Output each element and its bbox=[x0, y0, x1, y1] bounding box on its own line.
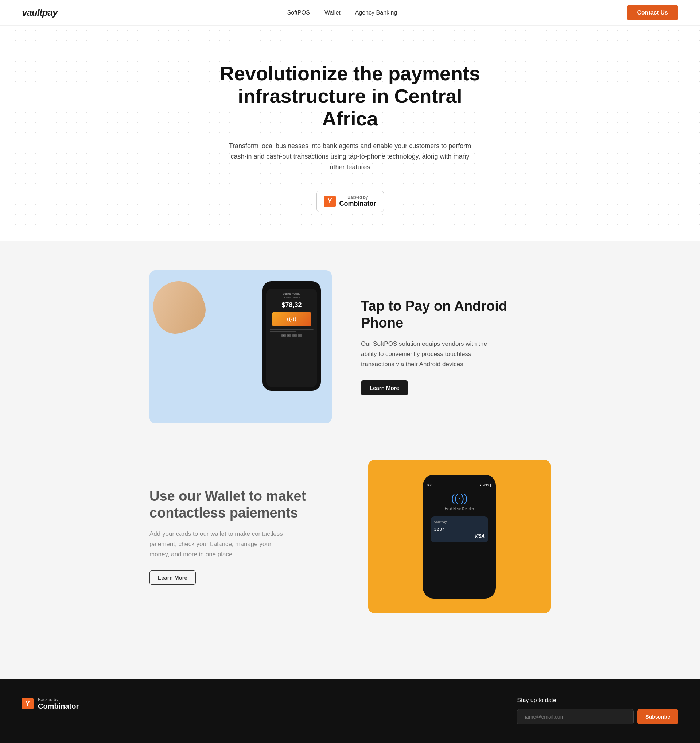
nfc-icon: ((·)) bbox=[287, 316, 297, 323]
phone-mockup-wallet: 9:41 ▲ WiFi ▐ ((·)) Hold Near Reader Vau… bbox=[423, 475, 496, 599]
feature-wallet-image: 9:41 ▲ WiFi ▐ ((·)) Hold Near Reader Vau… bbox=[368, 460, 551, 613]
card-lines bbox=[270, 329, 313, 332]
footer-subscribe: Stay up to date Subscribe bbox=[517, 697, 678, 724]
phone-time: 9:41 bbox=[427, 484, 433, 487]
hero-subtext: Transform local businesses into bank age… bbox=[222, 141, 478, 172]
footer-yc-badge: Y Backed by Combinator bbox=[22, 697, 79, 710]
phone-mockup-softpos: Lupita Nwosu Account Balance $78,32 ((·)… bbox=[263, 281, 321, 391]
footer-yc-combinator: Combinator bbox=[38, 702, 79, 710]
hero-headline: Revolutionize the payments infrastructur… bbox=[211, 62, 489, 130]
feature-wallet-learn-more-button[interactable]: Learn More bbox=[149, 570, 196, 585]
feature-softpos-learn-more-button[interactable]: Learn More bbox=[361, 380, 408, 395]
feature-softpos-description: Our SoftPOS solution equips vendors with… bbox=[361, 339, 499, 370]
yc-combinator-label: Combinator bbox=[340, 200, 376, 208]
card-brand-text: Vaultpay bbox=[434, 520, 484, 524]
nav-agency-banking[interactable]: Agency Banking bbox=[355, 9, 397, 16]
mc-brand: M bbox=[287, 334, 291, 337]
card-line-2 bbox=[270, 331, 296, 332]
yc-logo-icon: Y bbox=[324, 195, 336, 207]
logo: vaultpay bbox=[22, 7, 58, 18]
feature-softpos-content: Tap to Pay on Android Phone Our SoftPOS … bbox=[361, 298, 551, 395]
visa-brand: V bbox=[282, 334, 286, 337]
footer-bottom: © 2023 Vaultpay, Inc. All rights reserve… bbox=[22, 739, 678, 743]
features-section: Lupita Nwosu Account Balance $78,32 ((·)… bbox=[0, 241, 700, 679]
phone-signal: ▲ WiFi ▐ bbox=[479, 484, 492, 487]
phone-balance-label: Account Balance bbox=[270, 296, 313, 298]
hero-section: Revolutionize the payments infrastructur… bbox=[0, 25, 700, 241]
footer-top: Y Backed by Combinator Stay up to date S… bbox=[22, 697, 678, 724]
phone-status-bar: 9:41 ▲ WiFi ▐ bbox=[427, 484, 492, 487]
footer-yc-logo-icon: Y bbox=[22, 698, 34, 709]
apay-brand: A bbox=[298, 334, 302, 337]
phone-screen: Lupita Nwosu Account Balance $78,32 ((·)… bbox=[266, 289, 317, 387]
subscribe-row: Subscribe bbox=[517, 709, 678, 724]
visa-label: VISA bbox=[434, 534, 484, 539]
feature-softpos-image: Lupita Nwosu Account Balance $78,32 ((·)… bbox=[149, 270, 332, 423]
card-number-display: 1234 bbox=[434, 527, 484, 531]
footer-yc-backed: Backed by bbox=[38, 697, 79, 702]
nfc-big-icon: ((·)) bbox=[451, 493, 467, 504]
yc-badge-text: Backed by Combinator bbox=[340, 195, 376, 208]
payment-brands: V M G A bbox=[270, 334, 313, 337]
phone-amount: $78,32 bbox=[270, 301, 313, 309]
hold-near-text: Hold Near Reader bbox=[445, 507, 474, 511]
card-line-1 bbox=[270, 329, 313, 330]
feature-wallet-description: Add your cards to our wallet to make con… bbox=[149, 529, 288, 559]
subscribe-email-input[interactable] bbox=[517, 709, 634, 724]
nav-softpos[interactable]: SoftPOS bbox=[287, 9, 310, 16]
feature-wallet-content: Use our Wallet to maket contactless paie… bbox=[149, 488, 339, 584]
nav-wallet[interactable]: Wallet bbox=[325, 9, 341, 16]
gpay-brand: G bbox=[292, 334, 297, 337]
yc-badge: Y Backed by Combinator bbox=[316, 191, 384, 212]
nav-links: SoftPOS Wallet Agency Banking bbox=[287, 9, 397, 16]
footer-yc-text: Backed by Combinator bbox=[38, 697, 79, 710]
footer: Y Backed by Combinator Stay up to date S… bbox=[0, 679, 700, 743]
subscribe-button[interactable]: Subscribe bbox=[637, 709, 678, 724]
wallet-card: Vaultpay 1234 VISA bbox=[431, 517, 488, 542]
feature-softpos-row: Lupita Nwosu Account Balance $78,32 ((·)… bbox=[149, 270, 551, 423]
phone-card-visual: ((·)) bbox=[272, 312, 312, 326]
feature-wallet-row: 9:41 ▲ WiFi ▐ ((·)) Hold Near Reader Vau… bbox=[149, 460, 551, 613]
contact-us-button[interactable]: Contact Us bbox=[627, 5, 678, 21]
feature-softpos-heading: Tap to Pay on Android Phone bbox=[361, 298, 551, 331]
feature-wallet-heading: Use our Wallet to maket contactless paie… bbox=[149, 488, 339, 521]
navbar: vaultpay SoftPOS Wallet Agency Banking C… bbox=[0, 0, 700, 25]
yc-backed-label: Backed by bbox=[340, 195, 376, 200]
subscribe-title: Stay up to date bbox=[517, 697, 678, 704]
phone-user-name: Lupita Nwosu bbox=[270, 292, 313, 296]
hand-swipe-icon bbox=[149, 274, 211, 339]
